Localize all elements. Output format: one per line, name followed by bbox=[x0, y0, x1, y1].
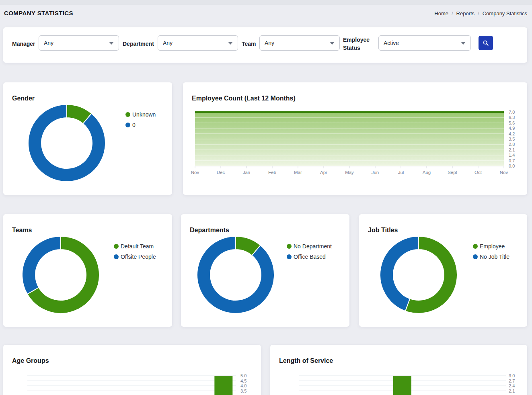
y-axis-tick-label: 4.0 bbox=[240, 383, 246, 388]
x-axis-tick-label: May bbox=[345, 170, 354, 175]
y-axis-tick-label: 5.0 bbox=[240, 373, 246, 378]
legend-dot bbox=[473, 244, 478, 249]
departments-donut-chart[interactable] bbox=[196, 235, 275, 314]
gender-card: Gender Unknown0 bbox=[3, 82, 172, 195]
x-axis-tick-label: Feb bbox=[268, 170, 276, 175]
departments-card-title: Departments bbox=[190, 227, 229, 234]
y-axis-tick-label: 2.7 bbox=[509, 379, 515, 383]
department-label: Department bbox=[123, 40, 154, 48]
y-axis-tick-label: 4.9 bbox=[509, 126, 515, 131]
legend-dot bbox=[287, 244, 292, 249]
breadcrumb-reports[interactable]: Reports bbox=[456, 10, 475, 16]
y-axis-tick-label: 0.0 bbox=[509, 164, 515, 168]
departments-legend: No DepartmentOffice Based bbox=[287, 243, 332, 264]
employee-count-area-chart[interactable]: 7.06.35.64.94.23.52.82.11.40.70.0NovDecJ… bbox=[190, 107, 520, 181]
age-groups-card-title: Age Groups bbox=[12, 357, 49, 364]
departments-card: Departments No DepartmentOffice Based bbox=[181, 214, 349, 327]
job_titles-legend-item[interactable]: Employee bbox=[473, 243, 509, 250]
job-titles-card-title: Job Titles bbox=[368, 227, 398, 234]
y-axis-tick-label: 3.5 bbox=[509, 137, 515, 141]
employee-status-select-value: Active bbox=[384, 40, 399, 46]
job_titles-legend-item[interactable]: No Job Title bbox=[473, 254, 509, 260]
legend-dot bbox=[125, 112, 130, 117]
length_of_service-bar bbox=[393, 376, 411, 395]
gender-segment bbox=[28, 104, 105, 182]
legend-label: Office Based bbox=[294, 254, 326, 260]
age_groups-bar bbox=[214, 376, 232, 395]
departments-legend-item[interactable]: Office Based bbox=[287, 254, 332, 260]
y-axis-tick-label: 2.8 bbox=[509, 142, 515, 147]
y-axis-tick-label: 4.5 bbox=[240, 379, 246, 383]
breadcrumb-current: Company Statistics bbox=[483, 10, 527, 16]
legend-label: Unknown bbox=[132, 111, 156, 118]
team-select[interactable]: Any bbox=[259, 35, 340, 51]
y-axis-tick-label: 3.0 bbox=[509, 373, 515, 378]
legend-dot bbox=[473, 254, 478, 259]
legend-label: 0 bbox=[132, 122, 136, 128]
y-axis-tick-label: 4.2 bbox=[509, 131, 515, 136]
gender-legend: Unknown0 bbox=[125, 111, 156, 132]
length-of-service-card: Length of Service 3.02.72.42.1 bbox=[270, 345, 527, 395]
y-axis-tick-label: 2.4 bbox=[509, 383, 515, 388]
teams-card-title: Teams bbox=[12, 227, 32, 234]
employee-status-label: Employee Status bbox=[343, 36, 372, 52]
x-axis-tick-label: Sept bbox=[448, 170, 457, 175]
x-axis-tick-label: Jan bbox=[243, 170, 251, 175]
y-axis-tick-label: 7.0 bbox=[509, 110, 515, 115]
x-axis-tick-label: Oct bbox=[474, 170, 482, 175]
length-of-service-card-title: Length of Service bbox=[279, 357, 333, 364]
y-axis-tick-label: 5.6 bbox=[509, 121, 515, 125]
employee-status-select[interactable]: Active bbox=[378, 35, 471, 51]
team-label: Team bbox=[242, 40, 256, 48]
departments-segment bbox=[197, 236, 274, 313]
length-of-service-bar-chart[interactable]: 3.02.72.42.1 bbox=[270, 370, 527, 395]
search-icon bbox=[482, 39, 489, 47]
chevron-down-icon bbox=[330, 42, 335, 45]
breadcrumb-home[interactable]: Home bbox=[434, 10, 448, 16]
x-axis-tick-label: Mar bbox=[294, 170, 302, 175]
x-axis-tick-label: Dec bbox=[217, 170, 225, 175]
job-titles-legend: EmployeeNo Job Title bbox=[473, 243, 509, 264]
manager-select[interactable]: Any bbox=[39, 35, 119, 51]
y-axis-tick-label: 2.1 bbox=[509, 389, 515, 393]
legend-label: Employee bbox=[480, 243, 505, 250]
department-select[interactable]: Any bbox=[158, 35, 238, 51]
y-axis-tick-label: 1.4 bbox=[509, 153, 515, 158]
y-axis-tick-label: 3.5 bbox=[240, 389, 246, 393]
teams-legend: Default TeamOffsite People bbox=[114, 243, 156, 264]
manager-label: Manager bbox=[12, 40, 35, 48]
legend-label: No Job Title bbox=[480, 254, 509, 260]
gender-legend-item[interactable]: 0 bbox=[125, 122, 156, 128]
department-select-value: Any bbox=[163, 40, 173, 46]
gender-legend-item[interactable]: Unknown bbox=[125, 111, 156, 118]
x-axis-tick-label: Apr bbox=[320, 170, 327, 175]
search-button[interactable] bbox=[479, 36, 493, 50]
chevron-down-icon bbox=[461, 42, 466, 45]
teams-legend-item[interactable]: Default Team bbox=[114, 243, 156, 250]
company-statistics-page: COMPANY STATISTICS Home / Reports / Comp… bbox=[0, 0, 532, 395]
departments-legend-item[interactable]: No Department bbox=[287, 243, 332, 250]
legend-dot bbox=[287, 254, 292, 259]
breadcrumb: Home / Reports / Company Statistics bbox=[434, 10, 527, 16]
age-groups-bar-chart[interactable]: 5.04.54.03.5 bbox=[3, 370, 261, 395]
x-axis-tick-label: Jul bbox=[398, 170, 404, 175]
employee-count-card: Employee Count (Last 12 Months) 7.06.35.… bbox=[183, 82, 527, 195]
top-strip bbox=[0, 0, 532, 5]
y-axis-tick-label: 2.1 bbox=[509, 147, 515, 152]
chevron-down-icon bbox=[228, 42, 233, 45]
job-titles-card: Job Titles EmployeeNo Job Title bbox=[359, 214, 527, 327]
age-groups-card: Age Groups 5.04.54.03.5 bbox=[3, 345, 261, 395]
legend-label: Default Team bbox=[121, 243, 154, 250]
filter-bar: Manager Any Department Any Team Any Empl… bbox=[3, 27, 527, 63]
y-axis-tick-label: 0.7 bbox=[509, 158, 515, 163]
legend-label: Offsite People bbox=[121, 254, 156, 260]
y-axis-tick-label: 6.3 bbox=[509, 115, 515, 120]
job-titles-donut-chart[interactable] bbox=[379, 235, 458, 314]
teams-legend-item[interactable]: Offsite People bbox=[114, 254, 156, 260]
teams-card: Teams Default TeamOffsite People bbox=[3, 214, 172, 327]
legend-label: No Department bbox=[294, 243, 332, 250]
gender-donut-chart[interactable] bbox=[27, 104, 106, 182]
teams-donut-chart[interactable] bbox=[21, 235, 100, 314]
employee-count-card-title: Employee Count (Last 12 Months) bbox=[192, 95, 296, 102]
chevron-down-icon bbox=[109, 42, 114, 45]
